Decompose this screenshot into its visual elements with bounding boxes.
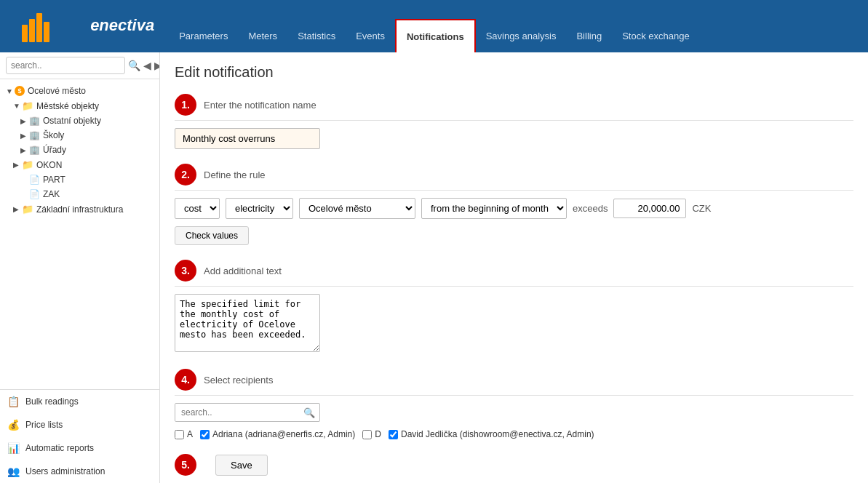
bottom-link-label: Bulk readings [25,396,79,407]
tree-item-part[interactable]: ▶ 📄 PART [0,172,159,187]
step-1-label: Enter the notification name [204,100,316,111]
tree-toggle[interactable]: ▼ [13,102,22,110]
content-wrapper: 🔍 ◀ ▶ ⌂ ▼ $ Ocelové město ▼ 📁 Městské ob… [0,52,868,483]
building-icon: 🏢 [29,145,40,155]
svg-rect-3 [44,22,49,42]
automatic-reports-icon: 📊 [7,442,20,454]
tree-label: Úřady [43,145,66,155]
tree-label: Ocelové město [28,86,86,96]
tree-toggle[interactable]: ▶ [13,161,22,169]
tree-label: ZAK [43,189,60,199]
nav-statistics[interactable]: Statistics [287,19,346,52]
nav-stock-exchange[interactable]: Stock exchange [612,19,700,52]
search-bar: 🔍 ◀ ▶ ⌂ [0,52,159,79]
main-nav: Parameters Meters Statistics Events Noti… [169,0,699,52]
section-2: 2. Define the rule cost electricity Ocel… [175,164,853,245]
svg-rect-1 [29,19,35,42]
folder-icon: 📁 [22,159,33,170]
rule-currency: CZK [692,203,711,214]
rule-field1-select[interactable]: cost [175,198,220,219]
recipient-label-A: A [187,429,193,439]
bottom-link-label: Price lists [25,420,63,430]
nav-parameters[interactable]: Parameters [169,19,238,52]
folder-icon: 📁 [22,100,33,111]
tree-item-mestske-objekty[interactable]: ▼ 📁 Městské objekty [0,98,159,113]
recipient-item-D: D [362,429,381,439]
tree-toggle[interactable]: ▶ [20,117,29,125]
nav-billing[interactable]: Billing [566,19,612,52]
rule-field4-select[interactable]: from the beginning of month [421,198,567,219]
tree-toggle[interactable]: ▶ [20,132,29,140]
bottom-link-label: Automatic reports [25,443,94,453]
search-icons: 🔍 ◀ ▶ ⌂ [128,60,160,71]
tree-item-skoly[interactable]: ▶ 🏢 Školy [0,128,159,143]
recipient-checkbox-adriana[interactable] [200,430,210,439]
search-icon[interactable]: 🔍 [128,60,140,71]
rule-field2-select[interactable]: electricity [226,198,293,219]
bottom-link-bulk-readings[interactable]: 📋 Bulk readings [0,390,159,413]
step-5-circle: 5. [175,454,196,476]
nav-savings-analysis[interactable]: Savings analysis [476,19,567,52]
recipient-checkbox-david[interactable] [389,430,398,439]
recipients-search-icon: 🔍 [299,407,319,418]
tree-label: Ostatní objekty [43,116,101,126]
check-values-button[interactable]: Check values [175,226,249,245]
rule-row: cost electricity Ocelové město from the … [175,198,853,219]
search-input[interactable] [6,57,125,74]
dollar-icon: $ [15,86,25,96]
tree-item-ostatni-objekty[interactable]: ▶ 🏢 Ostatní objekty [0,113,159,128]
nav-meters[interactable]: Meters [238,19,287,52]
recipient-item-david: David Jedlička (dishowroom@enectiva.cz, … [389,429,594,439]
tree-label: OKON [36,160,62,170]
tree-item-okon[interactable]: ▶ 📁 OKON [0,157,159,172]
tree-item-ocelove-mesto[interactable]: ▼ $ Ocelové město [0,84,159,98]
notification-name-input[interactable] [175,128,320,149]
building-icon: 🏢 [29,116,40,126]
section-3: 3. Add additional text The specified lim… [175,260,853,354]
file-icon: 📄 [29,175,40,185]
section-5: 5. Save [175,454,853,476]
recipient-checkbox-D[interactable] [362,430,372,439]
rule-value-input[interactable] [613,199,686,218]
recipients-search-input[interactable] [175,404,299,421]
main-content: Edit notification 1. Enter the notificat… [160,52,868,483]
tree-label: Školy [43,130,64,140]
tree-item-urady[interactable]: ▶ 🏢 Úřady [0,143,159,157]
step-4-circle: 4. [175,369,196,391]
section-3-header: 3. Add additional text [175,260,853,287]
exceeds-label: exceeds [573,203,608,214]
users-admin-icon: 👥 [7,466,20,477]
step-1-circle: 1. [175,94,196,116]
tree-toggle[interactable]: ▶ [20,146,29,154]
tree-toggle[interactable]: ▼ [6,87,15,95]
folder-icon: 📁 [22,204,33,215]
rule-field3-select[interactable]: Ocelové město [299,198,415,219]
tree-label: Základní infrastruktura [36,204,123,215]
bottom-link-automatic-reports[interactable]: 📊 Automatic reports [0,436,159,460]
nav-forward-icon[interactable]: ▶ [154,60,160,71]
nav-notifications[interactable]: Notifications [395,19,476,52]
file-icon: 📄 [29,189,40,199]
recipient-item-adriana: Adriana (adriana@enerfis.cz, Admin) [200,429,355,439]
additional-text-textarea[interactable]: The specified limit for the monthly cost… [175,294,320,352]
bottom-link-users-administration[interactable]: 👥 Users administration [0,460,159,483]
price-lists-icon: 💰 [7,419,20,431]
nav-events[interactable]: Events [346,19,395,52]
tree-item-zak[interactable]: ▶ 📄 ZAK [0,187,159,201]
tree-toggle[interactable]: ▶ [13,205,22,213]
recipient-checkbox-A[interactable] [175,430,184,439]
bottom-link-price-lists[interactable]: 💰 Price lists [0,413,159,436]
step-4-label: Select recipients [204,375,273,386]
tree-label: Městské objekty [36,101,99,111]
svg-rect-2 [36,13,42,42]
header: enectiva Parameters Meters Statistics Ev… [0,0,868,52]
section-2-header: 2. Define the rule [175,164,853,191]
save-button[interactable]: Save [215,455,268,476]
recipients-list: A Adriana (adriana@enerfis.cz, Admin) D … [175,429,853,439]
tree-item-zakladni-infra[interactable]: ▶ 📁 Základní infrastruktura [0,201,159,217]
page-title: Edit notification [175,64,853,81]
nav-back-icon[interactable]: ◀ [143,60,151,71]
recipients-search-wrapper: 🔍 [175,403,320,422]
sidebar: 🔍 ◀ ▶ ⌂ ▼ $ Ocelové město ▼ 📁 Městské ob… [0,52,160,483]
recipient-label-D: D [375,429,381,439]
